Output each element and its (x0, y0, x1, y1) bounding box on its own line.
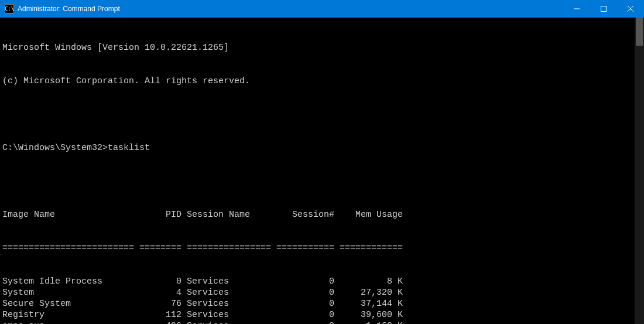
banner-line-1: Microsoft Windows [Version 10.0.22621.12… (2, 42, 644, 53)
scrollbar-thumb[interactable] (636, 18, 643, 46)
blank-line (2, 176, 644, 187)
minimize-button[interactable] (563, 0, 590, 18)
vertical-scrollbar[interactable] (635, 18, 644, 324)
cmd-prompt-icon: C:\ (5, 4, 14, 13)
command-prompt-line: C:\Windows\System32>tasklist (2, 142, 644, 154)
maximize-button[interactable] (590, 0, 617, 18)
terminal-output[interactable]: Microsoft Windows [Version 10.0.22621.12… (0, 18, 644, 324)
table-header: Image Name PID Session Name Session# Mem… (2, 209, 644, 220)
prompt-command: tasklist (108, 143, 150, 153)
table-row: Registry 112 Services 0 39,600 K (2, 309, 644, 320)
window-title: Administrator: Command Prompt (18, 5, 120, 13)
table-row: Secure System 76 Services 0 37,144 K (2, 298, 644, 309)
table-body: System Idle Process 0 Services 0 8 KSyst… (2, 276, 644, 324)
close-button[interactable] (617, 0, 644, 18)
prompt-path: C:\Windows\System32> (2, 143, 108, 153)
svg-rect-1 (601, 6, 607, 12)
table-separator: ========================= ======== =====… (2, 243, 644, 254)
banner-line-2: (c) Microsoft Corporation. All rights re… (2, 76, 644, 87)
table-row: System 4 Services 0 27,320 K (2, 287, 644, 298)
table-row: System Idle Process 0 Services 0 8 K (2, 276, 644, 287)
blank-line (2, 109, 644, 120)
window-titlebar: C:\ Administrator: Command Prompt (0, 0, 644, 18)
table-row: smss.exe 496 Services 0 1,160 K (2, 320, 644, 324)
